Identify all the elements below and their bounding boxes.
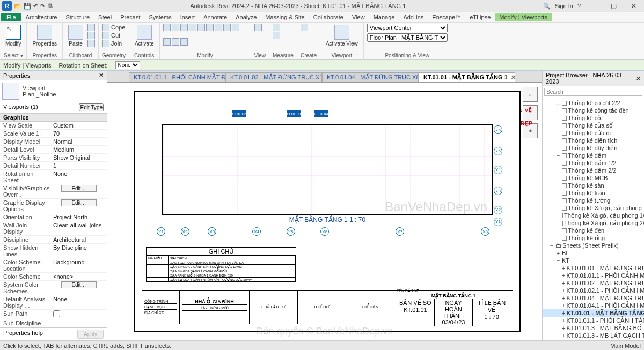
mirror-icon[interactable] (215, 24, 222, 31)
copy-icon[interactable] (87, 32, 95, 39)
move-icon[interactable] (163, 24, 171, 31)
browser-tree[interactable]: …Thống kê co cút 2/2 Thống kê công tắc đ… (543, 98, 644, 340)
tab-systems[interactable]: Systems (144, 13, 175, 21)
measure-icon[interactable] (273, 24, 280, 31)
doc-tab[interactable]: KT.0.01.04 - MẶT ĐỨNG TRỤC X8-X1✕ (322, 72, 419, 82)
viewport-plan[interactable]: X1 X2 X3 X4 X5 X6 X7 X8 Y1 Y2 Y3 Y4 Y5 Y… (157, 114, 498, 232)
tab-modify-viewports[interactable]: Modify | Viewports (495, 13, 551, 21)
tab-manage[interactable]: Manage (369, 13, 399, 21)
help-icon[interactable]: ? (577, 3, 581, 9)
prop-view-scale[interactable]: Custom (51, 122, 107, 129)
rotate-icon[interactable] (180, 24, 188, 31)
apply-button[interactable]: Apply (77, 330, 104, 339)
tab-steel[interactable]: Steel (94, 13, 116, 21)
prop-detail-num[interactable]: 1 (51, 162, 107, 169)
properties-tool[interactable]: Properties (30, 24, 59, 48)
file-tab[interactable]: File (1, 13, 21, 21)
props-help-link[interactable]: Properties help (3, 330, 43, 339)
qat-open-icon[interactable]: 📂 (14, 3, 21, 10)
cut-icon[interactable] (87, 24, 95, 31)
type-selector[interactable]: ViewportPlan _Noline (0, 80, 107, 102)
tab-precast[interactable]: Precast (116, 13, 144, 21)
qat-redo-icon[interactable]: ↷ (40, 3, 45, 10)
prop-scs-button[interactable]: Edit… (51, 281, 107, 295)
prop-dad[interactable]: None (51, 295, 107, 309)
view-icon[interactable] (254, 24, 262, 31)
cut-geom-tool[interactable]: Cut (102, 32, 125, 39)
tab-analyze[interactable]: Analyze (231, 13, 261, 21)
prop-parts-vis[interactable]: Show Original (51, 154, 107, 161)
prop-discipline[interactable]: Architectural (51, 236, 107, 243)
browser-close-icon[interactable]: ✕ (636, 75, 641, 82)
drawing-canvas[interactable]: ⌂ ◉ BẢN VẼ NHÀ⌂ĐẸP X1 X2 X3 X4 X5 X6 X (107, 83, 542, 340)
prop-orientation[interactable]: Project North (51, 213, 107, 221)
maximize-button[interactable]: ▢ (605, 2, 621, 10)
qat-undo-icon[interactable]: ↶ (33, 3, 38, 10)
edit-type-button[interactable]: Edit Type (79, 103, 104, 111)
create-icon[interactable] (301, 24, 308, 31)
prop-subd[interactable] (51, 319, 107, 327)
tab-massing[interactable]: Massing & Site (261, 13, 309, 21)
prop-shl[interactable]: By Discipline (51, 244, 107, 258)
view-combo[interactable]: Floor Plan : MẶT BẰNG TẦNG 1 (… (367, 33, 448, 42)
section-mark: KT.01.04 (314, 110, 328, 117)
paste-tool[interactable]: Paste (66, 24, 85, 48)
properties-close-icon[interactable]: ✕ (99, 72, 104, 79)
array-icon[interactable] (232, 24, 239, 31)
pin-icon[interactable] (172, 38, 179, 46)
join-tool[interactable]: Join (102, 40, 125, 47)
prop-gdo-button[interactable]: Edit… (51, 199, 107, 213)
browser-search-input[interactable] (544, 88, 642, 96)
qat-save-icon[interactable]: 💾 (24, 3, 31, 10)
cope-tool[interactable]: Cope (102, 24, 125, 31)
scale-icon[interactable] (163, 38, 171, 46)
qat-print-icon[interactable]: 🖶 (47, 3, 53, 9)
trim-icon[interactable] (189, 24, 196, 31)
status-workset[interactable]: Main Model (610, 342, 641, 349)
prop-scale-value[interactable]: 70 (51, 130, 107, 137)
prop-csl[interactable]: Background (51, 258, 107, 272)
doc-tab[interactable]: KT.0.01.02 - MẶT ĐỨNG TRỤC X1-X8✕ (225, 72, 322, 82)
delete-icon[interactable] (180, 38, 188, 46)
instance-filter[interactable]: Viewports (1) (3, 103, 38, 111)
tab-etlipse[interactable]: eTLipse (465, 13, 495, 21)
tab-addins[interactable]: Add-Ins (399, 13, 428, 21)
tab-close-icon[interactable]: ✕ (511, 74, 515, 81)
doc-tab[interactable]: KT.0.01.01.1 - PHỐI CẢNH MẶT ĐỨ…✕ (129, 72, 225, 82)
prop-wjd[interactable]: Clean all wall joins (51, 221, 107, 235)
doc-tab-active[interactable]: KT.01.01 - MẶT BẰNG TẦNG 1✕ (419, 72, 515, 82)
options-rot-combo[interactable]: None (115, 61, 140, 69)
tree-item: +KT.0.01.04 - MẶT ĐỨNG TRỤC X8-X1 (543, 294, 644, 302)
tab-insert[interactable]: Insert (176, 13, 200, 21)
align-icon[interactable] (223, 24, 231, 31)
tree-item: +KT.01.01.1 - PHỐI CẢNH TẦNG 1 (543, 317, 644, 324)
tree-item: Thống kê MCB (543, 174, 644, 182)
modify-tool[interactable]: ↖Modify (3, 24, 23, 48)
prop-rot-sheet[interactable]: None (51, 170, 107, 184)
match-icon[interactable] (87, 40, 95, 47)
revit-app-icon[interactable]: R (2, 1, 12, 11)
prop-vg-button[interactable]: Edit… (51, 184, 107, 198)
tab-annotate[interactable]: Annotate (199, 13, 231, 21)
offset-icon[interactable] (206, 24, 214, 31)
copy2-icon[interactable] (172, 24, 179, 31)
tab-architecture[interactable]: Architecture (21, 13, 62, 21)
prop-detail-level[interactable]: Medium (51, 146, 107, 153)
signin-link[interactable]: Sign In (555, 3, 573, 9)
tab-collaborate[interactable]: Collaborate (309, 13, 348, 21)
tab-enscape[interactable]: Enscape™ (428, 13, 465, 21)
tab-view[interactable]: View (348, 13, 369, 21)
home-icon[interactable]: ⌂ (523, 87, 538, 102)
search-icon[interactable]: 🔍 (543, 3, 551, 10)
split-icon[interactable] (197, 24, 205, 31)
close-button[interactable]: ✕ (626, 2, 642, 10)
dimension-icon[interactable] (273, 32, 280, 39)
prop-sun[interactable] (51, 310, 107, 319)
activate-controls[interactable]: Activate (133, 24, 156, 48)
prop-display-model[interactable]: Normal (51, 138, 107, 145)
minimize-button[interactable]: — (585, 2, 601, 10)
positioning-combo[interactable]: Viewport Center (367, 24, 448, 32)
activate-view-button[interactable]: Activate View (324, 24, 360, 48)
tab-structure[interactable]: Structure (61, 13, 94, 21)
prop-cs[interactable]: <none> (51, 273, 107, 280)
